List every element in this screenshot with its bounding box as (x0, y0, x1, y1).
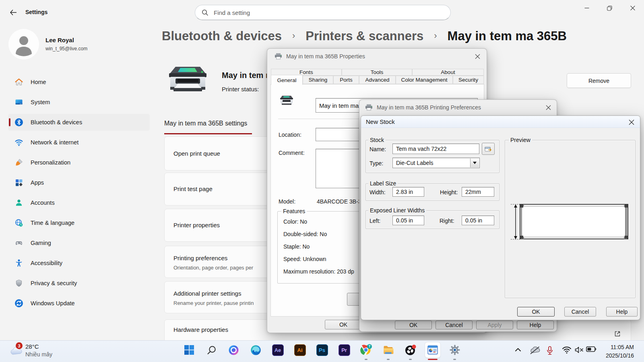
copilot-button[interactable] (225, 342, 242, 358)
label-software-button[interactable] (425, 342, 441, 358)
breadcrumb-bluetooth-devices[interactable]: Bluetooth & devices (162, 29, 282, 43)
chrome-button[interactable]: T (358, 342, 374, 358)
combobox-dropdown-button[interactable] (470, 158, 479, 167)
right-field[interactable]: 0.05 in (462, 216, 494, 225)
properties-close-button[interactable] (474, 53, 481, 60)
card-title: Print test page (173, 185, 213, 192)
breadcrumb-printers-scanners[interactable]: Printers & scanners (305, 29, 423, 43)
sidebar-item-gaming[interactable]: Gaming (8, 234, 150, 251)
minimize-icon (584, 6, 589, 10)
running-indicator (365, 359, 367, 360)
sidebar-item-privacy-security[interactable]: Privacy & security (8, 275, 150, 292)
sidebar-item-system[interactable]: System (8, 94, 150, 111)
premiere-button[interactable]: Pr (336, 342, 352, 358)
copilot-icon (228, 345, 239, 356)
illustrator-button[interactable]: Ai (292, 342, 308, 358)
minimize-button[interactable] (575, 0, 598, 16)
preferences-close-button[interactable] (545, 104, 552, 111)
sidebar-item-bluetooth-devices[interactable]: Bluetooth & devices (8, 114, 150, 131)
properties-ok-button[interactable]: OK (325, 320, 362, 329)
desktop: Settings Find a setting (0, 0, 644, 362)
tab-ports[interactable]: Ports (333, 76, 359, 84)
height-label: Height: (440, 189, 458, 195)
left-value: 0.05 in (396, 217, 413, 224)
back-button[interactable] (7, 7, 19, 18)
type-label: Type: (369, 160, 383, 167)
new-stock-close-button[interactable] (628, 119, 635, 126)
new-stock-cancel-button[interactable]: Cancel (564, 307, 596, 317)
tray-volume-muted[interactable] (574, 346, 584, 354)
stock-type-combobox[interactable]: Die-Cut Labels (392, 158, 480, 168)
start-button[interactable] (181, 342, 197, 358)
tray-cloud-off[interactable] (529, 346, 541, 355)
running-indicator (453, 359, 456, 360)
file-explorer-button[interactable] (380, 342, 396, 358)
new-stock-titlebar[interactable] (361, 116, 640, 128)
tab-about[interactable]: About (412, 69, 484, 76)
tab-sharing[interactable]: Sharing (303, 76, 333, 84)
tray-wifi[interactable] (562, 346, 572, 354)
tab-label: General (277, 77, 296, 83)
weather-widget[interactable]: 3 28°C Nhiều mây (0, 341, 89, 362)
search-input[interactable]: Find a setting (195, 5, 451, 20)
sidebar-item-apps[interactable]: Apps (8, 174, 150, 191)
preferences-ok-button[interactable]: OK (395, 321, 432, 329)
sidebar-item-label: System (31, 99, 50, 105)
restore-button[interactable] (598, 0, 621, 16)
sidebar-item-accounts[interactable]: Accounts (8, 194, 150, 211)
selected-indicator (9, 118, 10, 126)
properties-dialog-titlebar[interactable]: May in tem ma 365B Properties (267, 49, 487, 64)
tab-security[interactable]: Security (453, 76, 484, 84)
preferences-dialog-titlebar[interactable]: May in tem ma 365B Printing Preferences (359, 100, 557, 115)
tab-tools[interactable]: Tools (342, 69, 412, 76)
close-icon (475, 54, 480, 59)
preview-group-label: Preview (509, 137, 532, 143)
new-stock-ok-button[interactable]: OK (517, 307, 555, 317)
sidebar-item-time-language[interactable]: Time & language (8, 214, 150, 231)
search-icon (206, 345, 217, 355)
label-software-icon (427, 344, 438, 356)
sidebar-item-network-internet[interactable]: Network & internet (8, 134, 150, 151)
right-label: Right: (440, 218, 454, 224)
card-title: Additional printer settings (173, 290, 241, 297)
sidebar-item-label: Accounts (31, 200, 55, 206)
sidebar-item-personalization[interactable]: Personalization (8, 154, 150, 171)
remove-button[interactable]: Remove (567, 73, 631, 88)
edge-button[interactable] (248, 342, 264, 358)
location-label: Location: (279, 132, 301, 138)
close-button[interactable] (621, 0, 644, 16)
new-stock-help-button[interactable]: Help (606, 307, 638, 317)
preferences-cancel-button[interactable]: Cancel (436, 321, 473, 329)
taskbar-clock[interactable]: 11:05 AM 2025/10/16 (606, 343, 634, 360)
tray-microphone[interactable] (546, 346, 553, 356)
tab-general[interactable]: General (271, 75, 303, 85)
sidebar-item-windows-update[interactable]: Windows Update (8, 295, 150, 312)
height-field[interactable]: 22mm (462, 187, 494, 197)
running-indicator (387, 359, 390, 360)
preferences-apply-button[interactable]: Apply (476, 321, 513, 329)
sidebar-item-label: Bluetooth & devices (31, 119, 82, 125)
right-value: 0.05 in (465, 217, 482, 224)
preferences-help-button[interactable]: Help (517, 321, 554, 329)
close-icon (630, 6, 635, 10)
tray-chevron-up[interactable] (514, 346, 522, 354)
width-field[interactable]: 2.83 in (392, 187, 424, 197)
tray-battery[interactable] (586, 346, 597, 352)
sidebar-item-accessibility[interactable]: Accessibility (8, 255, 150, 272)
card-subtitle: Rename your printer, pause printin (173, 300, 254, 306)
stock-browse-button[interactable] (482, 143, 495, 155)
taskbar-search-button[interactable] (203, 342, 219, 358)
sidebar-item-home[interactable]: Home (8, 74, 150, 90)
stock-type-value: Die-Cut Labels (396, 160, 433, 166)
photoshop-button[interactable]: Ps (314, 342, 330, 358)
left-field[interactable]: 0.05 in (392, 216, 424, 225)
obs-button[interactable] (402, 342, 419, 358)
tab-advanced[interactable]: Advanced (359, 76, 396, 84)
avatar[interactable] (8, 29, 39, 60)
tab-color-management[interactable]: Color Management (396, 76, 453, 84)
section-title: May in tem ma 365B settings (164, 120, 247, 127)
after-effects-button[interactable]: Ae (270, 342, 286, 358)
settings-gear-button[interactable] (447, 342, 463, 358)
accessibility-icon (14, 259, 23, 267)
stock-name-field[interactable]: Tem ma vach 72x22 (392, 144, 479, 154)
